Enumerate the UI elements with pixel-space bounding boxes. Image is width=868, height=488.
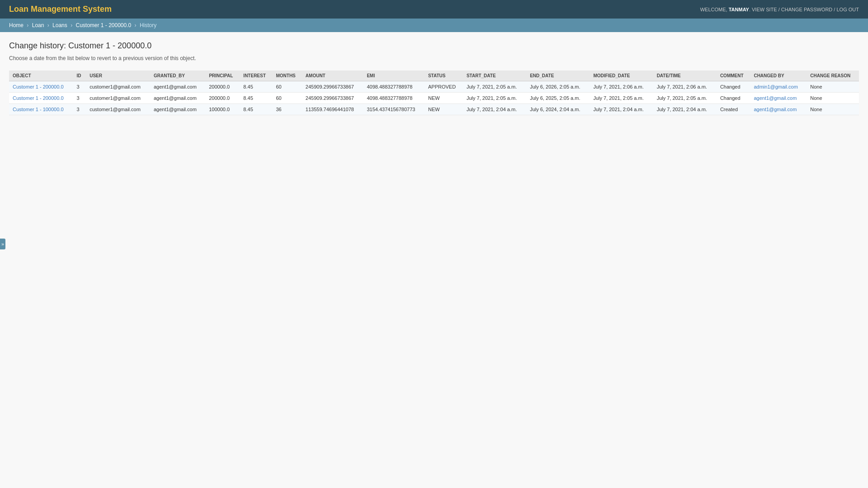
cell-id: 3 [73, 81, 86, 93]
cell-comment: Created [717, 104, 750, 115]
cell-object[interactable]: Customer 1 - 200000.0 [9, 93, 73, 104]
breadcrumb-sep-3: › [71, 22, 72, 28]
cell-datetime: July 7, 2021, 2:05 a.m. [653, 93, 717, 104]
col-granted-by: GRANTED_BY [150, 70, 205, 81]
user-info: WELCOME, TANMAY. VIEW SITE / CHANGE PASS… [700, 7, 859, 12]
col-amount: AMOUNT [302, 70, 363, 81]
breadcrumb-sep-1: › [27, 22, 28, 28]
cell-status: NEW [425, 104, 463, 115]
cell-changed-by-link[interactable]: agent1@gmail.com [754, 107, 797, 112]
cell-change-reason: None [807, 104, 859, 115]
cell-months: 60 [272, 81, 302, 93]
cell-datetime: July 7, 2021, 2:04 a.m. [653, 104, 717, 115]
cell-user: customer1@gmail.com [86, 81, 150, 93]
cell-object[interactable]: Customer 1 - 100000.0 [9, 104, 73, 115]
breadcrumb-sep-4: › [135, 22, 137, 28]
cell-interest: 8.45 [240, 93, 272, 104]
cell-start-date: July 7, 2021, 2:05 a.m. [463, 93, 526, 104]
col-emi: EMI [363, 70, 425, 81]
cell-user: customer1@gmail.com [86, 104, 150, 115]
page-title: Change history: Customer 1 - 200000.0 [9, 41, 859, 51]
cell-datetime: July 7, 2021, 2:06 a.m. [653, 81, 717, 93]
col-id: ID [73, 70, 86, 81]
page-subtitle: Choose a date from the list below to rev… [9, 55, 859, 61]
welcome-text: WELCOME, [700, 7, 727, 12]
col-principal: PRINCIPAL [205, 70, 240, 81]
table-body: Customer 1 - 200000.03customer1@gmail.co… [9, 81, 859, 115]
cell-end-date: July 6, 2026, 2:05 a.m. [526, 81, 590, 93]
col-change-reason: CHANGE REASON [807, 70, 859, 81]
table-row: Customer 1 - 200000.03customer1@gmail.co… [9, 93, 859, 104]
cell-emi: 3154.4374156780773 [363, 104, 425, 115]
cell-object-link[interactable]: Customer 1 - 200000.0 [13, 95, 64, 101]
cell-start-date: July 7, 2021, 2:05 a.m. [463, 81, 526, 93]
cell-comment: Changed [717, 81, 750, 93]
cell-changed-by[interactable]: agent1@gmail.com [750, 93, 807, 104]
cell-status: NEW [425, 93, 463, 104]
col-datetime: DATE/TIME [653, 70, 717, 81]
cell-emi: 4098.488327788978 [363, 93, 425, 104]
cell-granted-by: agent1@gmail.com [150, 93, 205, 104]
cell-comment: Changed [717, 93, 750, 104]
cell-principal: 200000.0 [205, 93, 240, 104]
col-comment: COMMENT [717, 70, 750, 81]
col-status: STATUS [425, 70, 463, 81]
cell-end-date: July 6, 2025, 2:05 a.m. [526, 93, 590, 104]
cell-object[interactable]: Customer 1 - 200000.0 [9, 81, 73, 93]
change-password-link[interactable]: CHANGE PASSWORD [781, 7, 832, 12]
cell-modified-date: July 7, 2021, 2:04 a.m. [590, 104, 653, 115]
cell-change-reason: None [807, 93, 859, 104]
table-row: Customer 1 - 100000.03customer1@gmail.co… [9, 104, 859, 115]
col-modified-date: MODIFIED_DATE [590, 70, 653, 81]
cell-id: 3 [73, 93, 86, 104]
breadcrumb-sep-2: › [47, 22, 49, 28]
main-content: Change history: Customer 1 - 200000.0 Ch… [0, 32, 868, 124]
cell-principal: 200000.0 [205, 81, 240, 93]
cell-emi: 4098.488327788978 [363, 81, 425, 93]
cell-amount: 113559.74696441078 [302, 104, 363, 115]
cell-amount: 245909.29966733867 [302, 93, 363, 104]
cell-granted-by: agent1@gmail.com [150, 104, 205, 115]
cell-months: 60 [272, 93, 302, 104]
cell-changed-by-link[interactable]: admin1@gmail.com [754, 84, 797, 89]
cell-object-link[interactable]: Customer 1 - 100000.0 [13, 107, 64, 112]
history-table: OBJECT ID USER GRANTED_BY PRINCIPAL INTE… [9, 70, 859, 115]
col-object: OBJECT [9, 70, 73, 81]
cell-principal: 100000.0 [205, 104, 240, 115]
cell-granted-by: agent1@gmail.com [150, 81, 205, 93]
table-header-row: OBJECT ID USER GRANTED_BY PRINCIPAL INTE… [9, 70, 859, 81]
cell-object-link[interactable]: Customer 1 - 200000.0 [13, 84, 64, 89]
cell-interest: 8.45 [240, 104, 272, 115]
cell-modified-date: July 7, 2021, 2:06 a.m. [590, 81, 653, 93]
cell-amount: 245909.29966733867 [302, 81, 363, 93]
breadcrumb-home[interactable]: Home [9, 22, 24, 28]
cell-changed-by-link[interactable]: agent1@gmail.com [754, 95, 797, 101]
log-out-link[interactable]: LOG OUT [836, 7, 859, 12]
breadcrumb-loans[interactable]: Loans [52, 22, 67, 28]
username: TANMAY [729, 7, 749, 12]
cell-status: APPROVED [425, 81, 463, 93]
cell-changed-by[interactable]: admin1@gmail.com [750, 81, 807, 93]
col-start-date: START_DATE [463, 70, 526, 81]
col-interest: INTEREST [240, 70, 272, 81]
col-user: USER [86, 70, 150, 81]
cell-start-date: July 7, 2021, 2:04 a.m. [463, 104, 526, 115]
cell-months: 36 [272, 104, 302, 115]
view-site-link[interactable]: VIEW SITE [752, 7, 777, 12]
table-row: Customer 1 - 200000.03customer1@gmail.co… [9, 81, 859, 93]
cell-changed-by[interactable]: agent1@gmail.com [750, 104, 807, 115]
col-changed-by: CHANGED BY [750, 70, 807, 81]
cell-interest: 8.45 [240, 81, 272, 93]
breadcrumb-loan[interactable]: Loan [32, 22, 44, 28]
cell-end-date: July 6, 2024, 2:04 a.m. [526, 104, 590, 115]
col-end-date: END_DATE [526, 70, 590, 81]
breadcrumb-current: History [140, 22, 156, 28]
breadcrumb: Home › Loan › Loans › Customer 1 - 20000… [0, 19, 868, 32]
breadcrumb-customer[interactable]: Customer 1 - 200000.0 [75, 22, 131, 28]
app-title: Loan Management System [9, 5, 112, 14]
header: Loan Management System WELCOME, TANMAY. … [0, 0, 868, 19]
cell-modified-date: July 7, 2021, 2:05 a.m. [590, 93, 653, 104]
cell-id: 3 [73, 104, 86, 115]
cell-change-reason: None [807, 81, 859, 93]
col-months: MONTHS [272, 70, 302, 81]
